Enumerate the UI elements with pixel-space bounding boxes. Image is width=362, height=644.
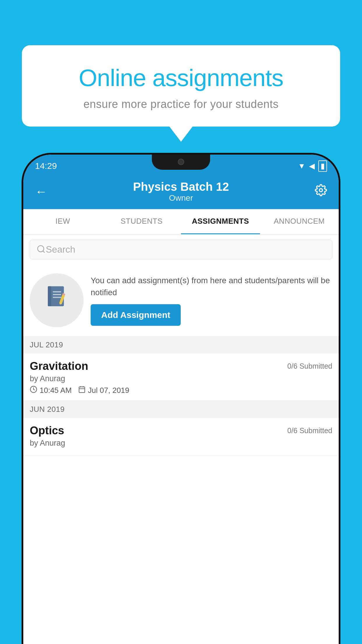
search-placeholder: Search xyxy=(46,244,75,255)
bubble-subtitle: ensure more practice for your students xyxy=(42,98,320,111)
search-container: Search xyxy=(23,235,339,265)
speech-bubble: Online assignments ensure more practice … xyxy=(22,45,340,127)
assignment-title-optics: Optics xyxy=(30,424,64,437)
header-subtitle: Owner xyxy=(133,193,229,203)
camera xyxy=(178,159,184,165)
calendar-icon-gravitation xyxy=(78,386,86,395)
assignment-item-optics[interactable]: Optics 0/6 Submitted by Anurag xyxy=(23,418,339,456)
app-header: ← Physics Batch 12 Owner xyxy=(23,175,339,209)
svg-point-1 xyxy=(38,246,44,252)
promo-text-section: You can add assignment(s) from here and … xyxy=(91,275,332,326)
status-time: 14:29 xyxy=(35,161,57,171)
bubble-title: Online assignments xyxy=(42,64,320,92)
tabs-container: IEW STUDENTS ASSIGNMENTS ANNOUNCEM xyxy=(23,209,339,235)
svg-line-2 xyxy=(43,251,45,253)
battery-icon: ▮ xyxy=(318,160,327,172)
svg-point-0 xyxy=(319,188,323,192)
assignment-top-row: Gravitation 0/6 Submitted xyxy=(30,360,332,372)
notebook-icon xyxy=(43,284,71,317)
assignment-meta-gravitation: by Anurag xyxy=(30,374,332,383)
assignment-item-gravitation[interactable]: Gravitation 0/6 Submitted by Anurag 10:4… xyxy=(23,354,339,401)
date-item: Jul 07, 2019 xyxy=(78,386,129,395)
wifi-icon: ▼ xyxy=(298,162,305,171)
assignment-time-row-gravitation: 10:45 AM Jul 07, 2019 xyxy=(30,386,332,395)
status-icons: ▼ ◀ ▮ xyxy=(298,160,327,172)
assignment-date-gravitation: Jul 07, 2019 xyxy=(88,386,129,395)
header-title: Physics Batch 12 xyxy=(133,180,229,193)
assignment-submitted-optics: 0/6 Submitted xyxy=(287,426,332,435)
svg-rect-5 xyxy=(53,291,61,293)
header-center: Physics Batch 12 Owner xyxy=(133,180,229,203)
tab-assignments[interactable]: ASSIGNMENTS xyxy=(181,209,260,234)
add-assignment-button[interactable]: Add Assignment xyxy=(91,304,181,326)
promo-section: You can add assignment(s) from here and … xyxy=(23,265,339,336)
search-bar[interactable]: Search xyxy=(30,240,332,259)
assignment-title-gravitation: Gravitation xyxy=(30,360,88,372)
clock-icon xyxy=(30,386,37,395)
tab-iew[interactable]: IEW xyxy=(23,209,102,234)
svg-rect-7 xyxy=(53,297,61,298)
section-jul-2019: JUL 2019 xyxy=(23,336,339,354)
phone-notch xyxy=(152,155,210,170)
phone-content: Search xyxy=(23,235,339,456)
svg-rect-12 xyxy=(79,387,85,393)
assignment-time-gravitation: 10:45 AM xyxy=(40,386,72,395)
svg-rect-6 xyxy=(53,294,61,295)
back-button[interactable]: ← xyxy=(35,185,47,199)
signal-icon: ◀ xyxy=(309,162,315,171)
promo-description: You can add assignment(s) from here and … xyxy=(91,275,332,298)
tab-students[interactable]: STUDENTS xyxy=(102,209,181,234)
assignment-meta-optics: by Anurag xyxy=(30,439,332,448)
tab-announcements[interactable]: ANNOUNCEM xyxy=(260,209,339,234)
speech-bubble-container: Online assignments ensure more practice … xyxy=(22,45,340,127)
phone-screen: 14:29 ▼ ◀ ▮ ← Physics Batch 12 Owner xyxy=(23,155,339,644)
svg-rect-4 xyxy=(48,286,51,306)
assignment-submitted-gravitation: 0/6 Submitted xyxy=(287,362,332,370)
settings-icon[interactable] xyxy=(315,184,327,199)
phone-frame: 14:29 ▼ ◀ ▮ ← Physics Batch 12 Owner xyxy=(23,155,339,644)
assignment-top-row-optics: Optics 0/6 Submitted xyxy=(30,424,332,437)
time-item: 10:45 AM xyxy=(30,386,72,395)
search-icon xyxy=(36,244,46,255)
promo-icon-circle xyxy=(30,273,84,327)
section-jun-2019: JUN 2019 xyxy=(23,401,339,418)
